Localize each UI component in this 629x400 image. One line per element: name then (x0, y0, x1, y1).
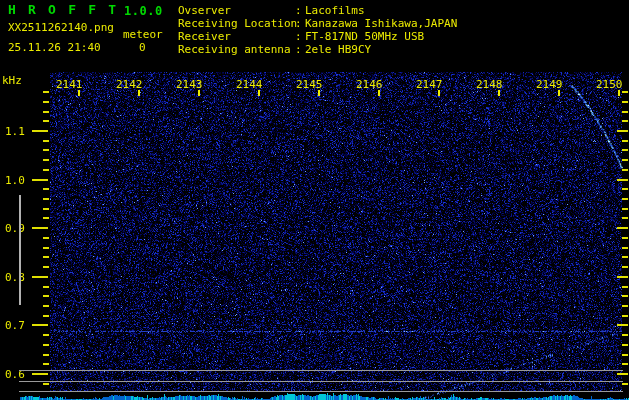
freq-axis-label: 0.7 (5, 319, 25, 332)
freq-tick-left (32, 276, 48, 278)
freq-tick-left (32, 130, 48, 132)
freq-tick-right (622, 91, 628, 93)
freq-unit-label: kHz (2, 75, 22, 87)
spectrogram-canvas (0, 0, 629, 400)
freq-tick-left (43, 237, 49, 239)
freq-tick-right (622, 286, 628, 288)
time-axis-tick (438, 90, 440, 96)
freq-tick-left (43, 217, 49, 219)
freq-tick-right (622, 188, 628, 190)
freq-tick-right (622, 237, 628, 239)
info-value: FT-817ND 50MHz USB (305, 30, 424, 43)
freq-tick-left (43, 149, 49, 151)
reference-line (19, 391, 623, 392)
info-colon: : (295, 43, 305, 56)
info-row: Receiver:FT-817ND 50MHz USB (178, 30, 457, 43)
info-label: Receiving Location (178, 17, 295, 30)
freq-tick-left (43, 286, 49, 288)
info-label: Receiver (178, 30, 295, 43)
info-colon: : (295, 30, 305, 43)
freq-tick-right (622, 111, 628, 113)
datetime-label: 25.11.26 21:40 (8, 42, 101, 54)
info-label: Receiving antenna (178, 43, 295, 56)
freq-tick-left (43, 208, 49, 210)
freq-tick-left (43, 120, 49, 122)
freq-tick-left (43, 363, 49, 365)
freq-tick-left (43, 354, 49, 356)
info-row: Receiving Location:Kanazawa Ishikawa,JAP… (178, 17, 457, 30)
hrofft-output: H R O F F T 1.0.0 XX2511262140.png meteo… (0, 0, 629, 400)
time-axis-tick (618, 90, 620, 96)
freq-tick-left (32, 373, 48, 375)
freq-tick-left (43, 247, 49, 249)
reference-line (19, 370, 623, 371)
freq-tick-left (43, 266, 49, 268)
freq-tick-right (617, 227, 628, 229)
freq-tick-left (32, 227, 48, 229)
output-filename: XX2511262140.png (8, 22, 114, 34)
mode-label: meteor (123, 29, 163, 41)
freq-tick-right (622, 159, 628, 161)
freq-tick-left (43, 101, 49, 103)
calibration-bar (19, 195, 21, 305)
freq-tick-right (617, 130, 628, 132)
info-colon: : (295, 17, 305, 30)
freq-tick-left (43, 198, 49, 200)
freq-tick-right (617, 373, 628, 375)
freq-tick-left (43, 140, 49, 142)
freq-tick-left (43, 169, 49, 171)
freq-tick-left (43, 383, 49, 385)
freq-axis-label: 0.8 (5, 271, 25, 284)
time-axis-tick (378, 90, 380, 96)
info-label: Ovserver (178, 4, 295, 17)
time-axis-tick (498, 90, 500, 96)
freq-tick-right (622, 169, 628, 171)
reference-line (19, 381, 623, 382)
freq-tick-right (622, 247, 628, 249)
freq-tick-right (622, 120, 628, 122)
freq-axis-label: 1.0 (5, 174, 25, 187)
freq-tick-left (43, 305, 49, 307)
freq-tick-left (43, 188, 49, 190)
freq-tick-right (617, 324, 628, 326)
freq-tick-left (43, 111, 49, 113)
freq-tick-right (622, 305, 628, 307)
info-value: 2ele HB9CY (305, 43, 371, 56)
freq-tick-right (622, 354, 628, 356)
info-row: Receiving antenna:2ele HB9CY (178, 43, 457, 56)
time-axis-tick (558, 90, 560, 96)
freq-tick-right (622, 363, 628, 365)
freq-tick-left (43, 315, 49, 317)
meteor-count: 0 (139, 42, 146, 54)
freq-tick-right (622, 315, 628, 317)
info-value: Lacofilms (305, 4, 365, 17)
time-axis-tick (138, 90, 140, 96)
freq-tick-right (617, 276, 628, 278)
freq-tick-right (622, 383, 628, 385)
info-row: Ovserver:Lacofilms (178, 4, 457, 17)
time-axis-tick (198, 90, 200, 96)
info-value: Kanazawa Ishikawa,JAPAN (305, 17, 457, 30)
freq-tick-left (43, 295, 49, 297)
freq-axis-label: 1.1 (5, 125, 25, 138)
info-colon: : (295, 4, 305, 17)
freq-tick-left (32, 324, 48, 326)
time-axis-tick (318, 90, 320, 96)
station-info: Ovserver:LacofilmsReceiving Location:Kan… (178, 4, 457, 56)
freq-tick-left (43, 91, 49, 93)
freq-tick-right (622, 149, 628, 151)
freq-tick-left (43, 334, 49, 336)
freq-tick-left (43, 256, 49, 258)
freq-tick-right (622, 217, 628, 219)
freq-tick-right (622, 140, 628, 142)
freq-tick-right (622, 198, 628, 200)
freq-tick-right (622, 295, 628, 297)
time-axis-tick (78, 90, 80, 96)
freq-tick-right (622, 101, 628, 103)
freq-tick-right (622, 334, 628, 336)
app-title: H R O F F T (8, 4, 118, 16)
freq-axis-label: 0.9 (5, 222, 25, 235)
time-axis-tick (258, 90, 260, 96)
freq-tick-left (43, 159, 49, 161)
app-version: 1.0.0 (124, 5, 163, 17)
